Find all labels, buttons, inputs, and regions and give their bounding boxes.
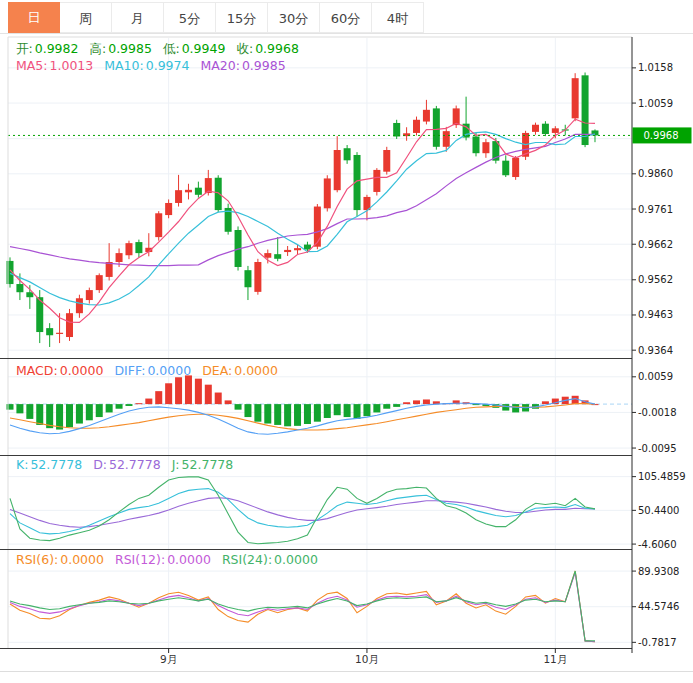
tab-30min[interactable]: 30分 <box>268 2 320 33</box>
ohlc-label: 收: <box>236 41 253 56</box>
ma-label: MA20: <box>200 58 239 73</box>
macd-label: DEA: <box>202 363 232 378</box>
svg-text:9月: 9月 <box>160 653 177 665</box>
ohlc-value: 0.9985 <box>108 41 152 56</box>
rsi-readout: RSI(6):0.0000RSI(12):0.0000RSI(24):0.000… <box>16 552 329 567</box>
kdj-label: K: <box>16 457 28 472</box>
ohlc-value: 0.9968 <box>255 41 299 56</box>
ohlc-value: 0.9982 <box>35 41 79 56</box>
ohlc-value: 0.9949 <box>182 41 226 56</box>
macd-pane <box>7 375 633 434</box>
kdj-item-0: K:52.7778 <box>16 457 82 472</box>
svg-text:11月: 11月 <box>543 653 567 665</box>
svg-text:0.9662: 0.9662 <box>638 239 673 250</box>
rsi-item-0: RSI(6):0.0000 <box>16 552 104 567</box>
rsi-value: 0.0000 <box>274 552 318 567</box>
macd-label: MACD: <box>16 363 58 378</box>
svg-text:-0.0018: -0.0018 <box>638 407 677 418</box>
ma-item-0: MA5:1.0013 <box>16 58 93 73</box>
svg-text:-0.0095: -0.0095 <box>638 443 677 454</box>
rsi-value: 0.0000 <box>167 552 211 567</box>
svg-text:0.9860: 0.9860 <box>638 168 673 179</box>
tab-15min[interactable]: 15分 <box>216 2 268 33</box>
ma-item-2: MA20:0.9985 <box>200 58 285 73</box>
svg-text:0.9761: 0.9761 <box>638 204 673 215</box>
svg-text:0.9968: 0.9968 <box>644 130 679 141</box>
svg-text:44.5746: 44.5746 <box>638 601 679 612</box>
tab-day[interactable]: 日 <box>8 2 60 33</box>
svg-text:0.9364: 0.9364 <box>638 345 673 356</box>
tab-60min[interactable]: 60分 <box>320 2 372 33</box>
macd-item-2: DEA:0.0000 <box>202 363 278 378</box>
tab-4hour[interactable]: 4时 <box>372 2 424 33</box>
svg-text:-0.7817: -0.7817 <box>638 637 677 648</box>
ohlc-item-0: 开:0.9982 <box>16 41 78 56</box>
rsi-label: RSI(24): <box>222 552 272 567</box>
kdj-readout: K:52.7778D:52.7778J:52.7778 <box>16 457 244 472</box>
rsi-item-2: RSI(24):0.0000 <box>222 552 318 567</box>
macd-value: 0.0000 <box>147 363 191 378</box>
ma-label: MA5: <box>16 58 48 73</box>
svg-text:0.9562: 0.9562 <box>638 274 673 285</box>
svg-text:0.0059: 0.0059 <box>638 371 673 382</box>
x-axis: 9月10月11月 <box>160 648 567 665</box>
price-pane <box>7 72 633 346</box>
y-axis: 1.01581.00590.98600.97610.96620.95620.94… <box>632 62 686 647</box>
kdj-item-1: D:52.7778 <box>93 457 161 472</box>
kdj-item-2: J:52.7778 <box>172 457 234 472</box>
svg-text:1.0059: 1.0059 <box>638 98 673 109</box>
svg-text:89.9308: 89.9308 <box>638 566 679 577</box>
kline-chart[interactable]: 1.01581.00590.98600.97610.96620.95620.94… <box>0 0 693 683</box>
kdj-value: 52.7778 <box>30 457 82 472</box>
macd-item-1: DIFF:0.0000 <box>114 363 191 378</box>
ohlc-label: 高: <box>89 41 106 56</box>
kdj-label: J: <box>172 457 180 472</box>
ohlc-label: 开: <box>16 41 33 56</box>
ma-value: 0.9974 <box>146 58 190 73</box>
ma-value: 0.9985 <box>242 58 286 73</box>
rsi-item-1: RSI(12):0.0000 <box>115 552 211 567</box>
kdj-label: D: <box>93 457 107 472</box>
rsi-label: RSI(6): <box>16 552 58 567</box>
tab-week[interactable]: 周 <box>60 2 112 33</box>
ma-label: MA10: <box>104 58 143 73</box>
ohlc-readout: 开:0.9982高:0.9985低:0.9949收:0.9968 <box>16 41 310 58</box>
svg-text:10月: 10月 <box>355 653 379 665</box>
macd-item-0: MACD:0.0000 <box>16 363 103 378</box>
ma-item-1: MA10:0.9974 <box>104 58 189 73</box>
svg-text:0.9463: 0.9463 <box>638 309 673 320</box>
macd-value: 0.0000 <box>60 363 104 378</box>
rsi-value: 0.0000 <box>60 552 104 567</box>
macd-label: DIFF: <box>114 363 145 378</box>
tab-month[interactable]: 月 <box>112 2 164 33</box>
macd-readout: MACD:0.0000DIFF:0.0000DEA:0.0000 <box>16 363 289 378</box>
kdj-value: 52.7778 <box>182 457 234 472</box>
svg-text:1.0158: 1.0158 <box>638 62 673 73</box>
kline-app: 日周月5分15分30分60分4时 1.01581.00590.98600.976… <box>0 0 693 683</box>
macd-value: 0.0000 <box>234 363 278 378</box>
ma-readout: MA5:1.0013MA10:0.9974MA20:0.9985 <box>16 58 297 73</box>
ohlc-label: 低: <box>163 41 180 56</box>
period-tabbar: 日周月5分15分30分60分4时 <box>8 2 424 33</box>
ohlc-item-3: 收:0.9968 <box>236 41 298 56</box>
svg-text:105.4859: 105.4859 <box>638 471 686 482</box>
rsi-label: RSI(12): <box>115 552 165 567</box>
current-price-badge: 0.9968 <box>633 127 692 143</box>
ohlc-item-2: 低:0.9949 <box>163 41 225 56</box>
svg-text:-4.6060: -4.6060 <box>638 539 677 550</box>
tab-5min[interactable]: 5分 <box>164 2 216 33</box>
kdj-value: 52.7778 <box>109 457 161 472</box>
ohlc-item-1: 高:0.9985 <box>89 41 151 56</box>
svg-text:50.4400: 50.4400 <box>638 505 679 516</box>
ma-value: 1.0013 <box>50 58 94 73</box>
frame <box>0 37 693 672</box>
